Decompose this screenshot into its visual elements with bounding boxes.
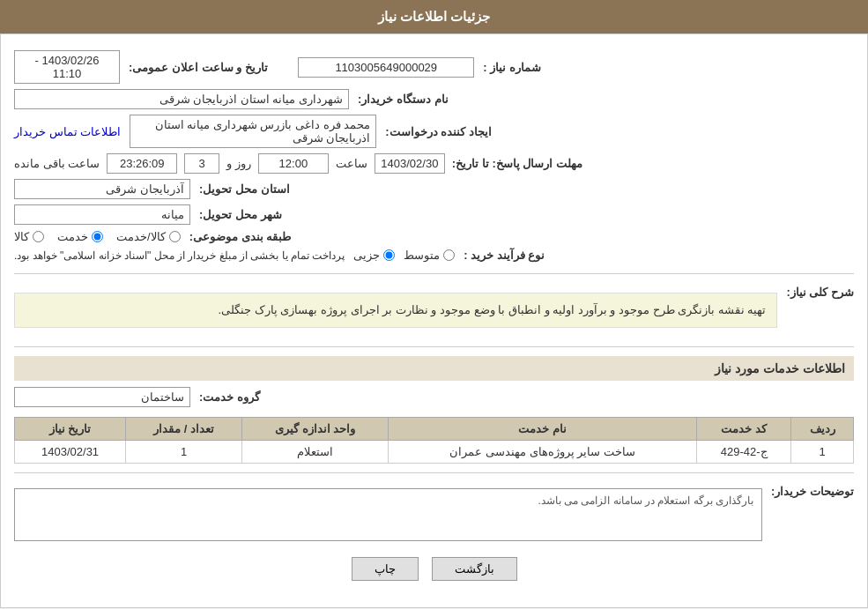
mohlat-rooz-label: روز و (226, 157, 251, 170)
cell-tedad: 1 (126, 441, 242, 464)
row-ostan: استان محل تحویل: آذربایجان شرقی (14, 176, 854, 202)
ostan-label: استان محل تحویل: (199, 182, 290, 196)
nav-farayand-label: نوع فرآیند خرید : (464, 249, 545, 262)
row-tosihaat: توضیحات خریدار: بارگذاری برگه استعلام در… (14, 482, 854, 544)
row-sharh: شرح کلی نیاز: تهیه نقشه بازنگری طرح موجو… (14, 283, 854, 338)
row-ijad: ایجاد کننده درخواست: محمد فره داغی بازرس… (14, 112, 854, 151)
cell-vahed: استعلام (242, 441, 389, 464)
ijad-value: محمد فره داغی بازرس شهرداری میانه استان … (130, 115, 376, 148)
page-header: جزئیات اطلاعات نیاز (0, 0, 868, 33)
row-tabaqa: طبقه بندی موضوعی: کالا/خدمت خدمت کالا (14, 227, 854, 246)
col-nam: نام خدمت (389, 418, 697, 441)
ostan-value: آذربایجان شرقی (14, 179, 190, 199)
row-mohlat: مهلت ارسال پاسخ: تا تاریخ: 1403/02/30 سا… (14, 151, 854, 176)
shomara-label: شماره نیاز : (483, 61, 541, 74)
button-bar: بازگشت چاپ (14, 557, 854, 594)
row-shahr: شهر محل تحویل: میانه (14, 202, 854, 227)
col-radif: ردیف (791, 418, 854, 441)
row-nav-farayand: نوع فرآیند خرید : متوسط جزیی پرداخت تمام… (14, 246, 854, 264)
tosihaat-value: بارگذاری برگه استعلام در سامانه الزامی م… (14, 488, 762, 541)
radio-motovasset[interactable]: متوسط (404, 249, 455, 262)
shahr-label: شهر محل تحویل: (199, 208, 282, 221)
divider-1 (14, 273, 854, 274)
mohlat-label: مهلت ارسال پاسخ: تا تاریخ: (452, 157, 582, 170)
tabaqa-label: طبقه بندی موضوعی: (189, 230, 292, 243)
mohlat-rooz: 3 (184, 153, 219, 174)
col-kod: کد خدمت (696, 418, 790, 441)
namdastgah-value: شهرداری میانه استان اذربایجان شرقی (14, 89, 349, 109)
tarikh-label: تاریخ و ساعت اعلان عمومی: (129, 61, 268, 74)
namdastgah-label: نام دستگاه خریدار: (358, 93, 449, 106)
main-container: جزئیات اطلاعات نیاز شماره نیاز : 1103005… (0, 0, 868, 608)
mohlat-saat-label: ساعت (336, 157, 367, 170)
cell-radif: 1 (791, 441, 854, 464)
sharh-label: شرح کلی نیاز: (786, 286, 854, 299)
radio-jozi[interactable]: جزیی (353, 249, 395, 262)
nav-farayand-note: پرداخت تمام یا بخشی از مبلغ خریدار از مح… (14, 249, 345, 262)
mohlat-baqi: 23:26:09 (107, 153, 177, 174)
mohlat-saat: 12:00 (258, 153, 329, 174)
goroh-label: گروه خدمت: (199, 390, 260, 404)
services-table: ردیف کد خدمت نام خدمت واحد اندازه گیری ت… (14, 417, 854, 464)
table-row: 1ج-42-429ساخت سایر پروژه‌های مهندسی عمرا… (15, 441, 854, 464)
col-tarikh: تاریخ نیاز (15, 418, 126, 441)
divider-2 (14, 346, 854, 347)
cell-tarikh: 1403/02/31 (15, 441, 126, 464)
sharh-value: تهیه نقشه بازنگری طرح موجود و برآورد اول… (14, 293, 777, 328)
mohlat-baqi-label: ساعت باقی مانده (14, 157, 100, 170)
back-button[interactable]: بازگشت (432, 557, 517, 581)
tosihaat-text: بارگذاری برگه استعلام در سامانه الزامی م… (534, 491, 757, 510)
row-goroh: گروه خدمت: ساختمان (14, 384, 854, 410)
shomara-value: 1103005649000029 (298, 57, 474, 78)
tarikh-value: 1403/02/26 - 11:10 (14, 50, 120, 84)
ijad-label: ایجاد کننده درخواست: (385, 125, 492, 138)
row-namdastgah: نام دستگاه خریدار: شهرداری میانه استان ا… (14, 86, 854, 112)
radio-khedmat[interactable]: خدمت (57, 230, 103, 243)
cell-nam: ساخت سایر پروژه‌های مهندسی عمران (389, 441, 697, 464)
contact-link[interactable]: اطلاعات تماس خریدار (14, 125, 121, 138)
goroh-value: ساختمان (14, 387, 190, 407)
mohlat-date: 1403/02/30 (375, 153, 445, 174)
shahr-value: میانه (14, 204, 190, 225)
tosihaat-label: توضیحات خریدار: (771, 485, 854, 498)
page-title: جزئیات اطلاعات نیاز (378, 9, 490, 24)
tosihaat-container: بارگذاری برگه استعلام در سامانه الزامی م… (14, 485, 762, 541)
cell-kod: ج-42-429 (696, 441, 790, 464)
row-shomara: شماره نیاز : 1103005649000029 تاریخ و سا… (14, 48, 854, 86)
khadamat-section-header: اطلاعات خدمات مورد نیاز (14, 356, 854, 381)
print-button[interactable]: چاپ (352, 557, 419, 581)
divider-3 (14, 472, 854, 473)
col-vahed: واحد اندازه گیری (242, 418, 389, 441)
tabaqa-radio-group: کالا/خدمت خدمت کالا (14, 230, 181, 243)
radio-kala[interactable]: کالا (14, 230, 44, 243)
col-tedad: تعداد / مقدار (126, 418, 242, 441)
content-area: شماره نیاز : 1103005649000029 تاریخ و سا… (0, 33, 868, 608)
radio-kala-khedmat[interactable]: کالا/خدمت (116, 230, 181, 243)
